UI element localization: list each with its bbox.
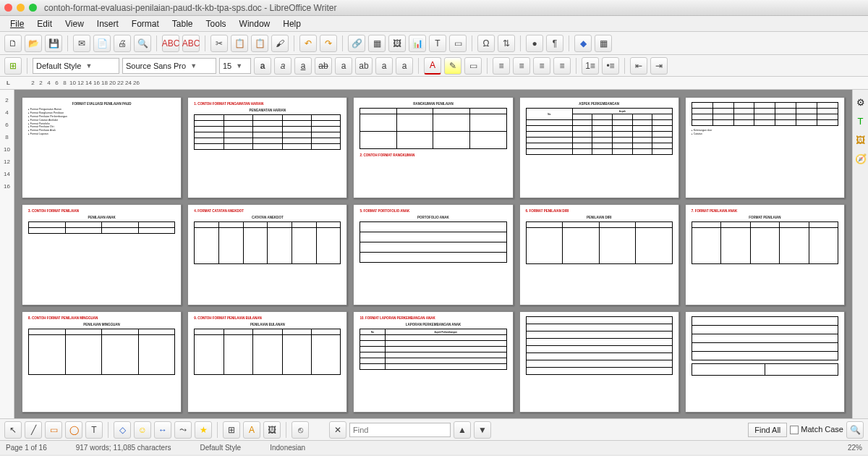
status-lang[interactable]: Indonesian (270, 444, 305, 452)
menu-table[interactable]: Table (166, 17, 199, 30)
connector-tool[interactable]: ⤳ (174, 421, 192, 439)
insert-image-button[interactable]: 🖼 (388, 35, 406, 52)
paragraph-style-combo[interactable]: Default Style▼ (33, 58, 119, 74)
line-tool[interactable]: ╱ (25, 421, 42, 439)
navigator-button[interactable]: ⊞ (4, 57, 22, 75)
align-justify-button[interactable]: ≡ (553, 57, 571, 75)
subscript-button[interactable]: ab (355, 57, 373, 75)
mail-button[interactable]: ✉ (73, 35, 90, 52)
find-next-button[interactable]: ▼ (474, 421, 491, 439)
preview-button[interactable]: 🔍 (134, 35, 151, 52)
align-right-button[interactable]: ≡ (533, 57, 550, 75)
page-thumb[interactable]: FORMAT EVALUASI PENILAIAN PAUD Format Pe… (22, 97, 182, 198)
page-thumb[interactable]: 6. FORMAT PENILAIAN DIRI PENILAIAN DIRI (519, 204, 679, 305)
horizontal-ruler[interactable]: L 22468101214161820222426 (0, 77, 868, 90)
nonprinting-button[interactable]: ¶ (546, 35, 563, 52)
menu-tools[interactable]: Tools (200, 17, 232, 30)
menu-format[interactable]: Format (126, 17, 165, 30)
bg-color-button[interactable]: ▭ (464, 57, 482, 75)
from-file-tool[interactable]: 🖼 (263, 421, 281, 439)
find-all-button[interactable]: Find All (748, 423, 787, 437)
italic-button[interactable]: a (274, 57, 292, 75)
superscript-button[interactable]: a (335, 57, 352, 75)
a2-button[interactable]: a (396, 57, 413, 75)
page-thumb[interactable]: 7. FORMAT PENILAIAN ANAK FORMAT PENILAIA… (685, 204, 845, 305)
highlight-button[interactable]: ✎ (444, 57, 461, 75)
page-thumb[interactable]: 9. CONTOH FORMAT PENILAIAN BULANAN PENIL… (187, 311, 347, 413)
page-thumb[interactable]: 3. CONTOH FORMAT PENILAIAN PENILAIAN ANA… (22, 204, 182, 305)
status-page[interactable]: Page 1 of 16 (6, 444, 47, 452)
numbered-list-button[interactable]: 1≡ (582, 57, 599, 75)
align-left-button[interactable]: ≡ (493, 57, 510, 75)
page-thumb[interactable]: 1. CONTOH FORMAT PENGAMATAN HARIAN PENGA… (187, 97, 347, 198)
document-canvas[interactable]: FORMAT EVALUASI PENILAIAN PAUD Format Pe… (14, 90, 852, 418)
align-center-button[interactable]: ≡ (513, 57, 530, 75)
page-thumb[interactable] (519, 311, 679, 413)
decrease-indent-button[interactable]: ⇤ (630, 57, 647, 75)
page-thumb[interactable]: ASPEK PERKEMBANGAN NoAspek (519, 97, 679, 198)
rect-tool[interactable]: ▭ (45, 421, 62, 439)
insert-frame-button[interactable]: ▭ (449, 35, 467, 52)
insert-table-button[interactable]: ▦ (368, 35, 386, 52)
page-thumb[interactable]: 4. FORMAT CATATAN ANEKDOT CATATAN ANEKDO… (187, 204, 347, 305)
bullet-list-button[interactable]: •≡ (602, 57, 619, 75)
cut-button[interactable]: ✂ (210, 35, 228, 52)
pdf-button[interactable]: 📄 (93, 35, 111, 52)
page-thumb[interactable]: 10. FORMAT LAPORAN PERKEMBANGAN ANAK LAP… (353, 311, 513, 413)
special-char-button[interactable]: Ω (477, 35, 495, 52)
vertical-ruler[interactable]: 246810121416 (0, 90, 14, 418)
spellcheck-icon[interactable]: ABC (162, 35, 179, 52)
paste-button[interactable]: 📋 (251, 35, 268, 52)
menu-help[interactable]: Help (277, 17, 307, 30)
undo-button[interactable]: ↶ (299, 35, 317, 52)
grid-button[interactable]: ▦ (595, 35, 612, 52)
status-words[interactable]: 917 words; 11,085 characters (76, 444, 171, 452)
status-zoom[interactable]: 22% (848, 444, 862, 452)
shape-smiley[interactable]: ☺ (134, 421, 151, 439)
format-paint-button[interactable]: 🖌 (271, 35, 289, 52)
font-color-button[interactable]: A (424, 57, 441, 75)
select-tool[interactable]: ↖ (4, 421, 22, 439)
page-thumb[interactable] (685, 311, 845, 413)
print-button[interactable]: 🖨 (114, 35, 131, 52)
page-thumb[interactable]: 5. FORMAT PORTOFOLIO ANAK PORTOFOLIO ANA… (353, 204, 513, 305)
match-case-label[interactable]: Match Case (790, 425, 843, 434)
status-style[interactable]: Default Style (200, 444, 241, 452)
gallery-icon[interactable]: 🖼 (855, 135, 867, 146)
close-find-icon[interactable]: ✕ (329, 421, 346, 439)
properties-icon[interactable]: ⚙ (855, 97, 867, 109)
find-input[interactable] (349, 423, 451, 437)
insert-text-button[interactable]: T (429, 35, 446, 52)
font-name-combo[interactable]: Source Sans Pro▼ (122, 58, 216, 74)
page-thumb[interactable]: 8. CONTOH FORMAT PENILAIAN MINGGUAN PENI… (22, 311, 182, 413)
record-button[interactable]: ● (526, 35, 543, 52)
hyperlink-button[interactable]: 🔗 (348, 35, 365, 52)
insert-chart-button[interactable]: 📊 (409, 35, 426, 52)
menu-window[interactable]: Window (234, 17, 276, 30)
strike-button[interactable]: ab (315, 57, 332, 75)
save-button[interactable]: 💾 (45, 35, 62, 52)
minimize-icon[interactable] (17, 4, 25, 12)
bold-button[interactable]: a (254, 57, 271, 75)
shape-button[interactable]: ◆ (574, 35, 592, 52)
find-prev-button[interactable]: ▲ (454, 421, 471, 439)
navigator-icon[interactable]: 🧭 (855, 153, 867, 165)
font-size-combo[interactable]: 15▼ (219, 58, 251, 74)
open-button[interactable]: 📂 (25, 35, 42, 52)
star-tool[interactable]: ★ (195, 421, 212, 439)
ellipse-tool[interactable]: ◯ (65, 421, 82, 439)
redo-button[interactable]: ↷ (320, 35, 337, 52)
menu-view[interactable]: View (59, 17, 90, 30)
sort-button[interactable]: ⇅ (498, 35, 515, 52)
increase-indent-button[interactable]: ⇥ (650, 57, 668, 75)
page-thumb[interactable]: RANGKUMAN PENILAIAN 2. CONTOH FORMAT RAN… (353, 97, 513, 198)
extrusion-tool[interactable]: ⎋ (292, 421, 309, 439)
find-options-icon[interactable]: 🔍 (846, 421, 864, 439)
autocheck-icon[interactable]: ABC (182, 35, 200, 52)
fontwork-tool[interactable]: A (243, 421, 260, 439)
styles-icon[interactable]: T (855, 116, 867, 127)
maximize-icon[interactable] (29, 4, 37, 12)
close-icon[interactable] (4, 4, 12, 12)
shape-arrow[interactable]: ↔ (154, 421, 171, 439)
copy-button[interactable]: 📋 (231, 35, 248, 52)
